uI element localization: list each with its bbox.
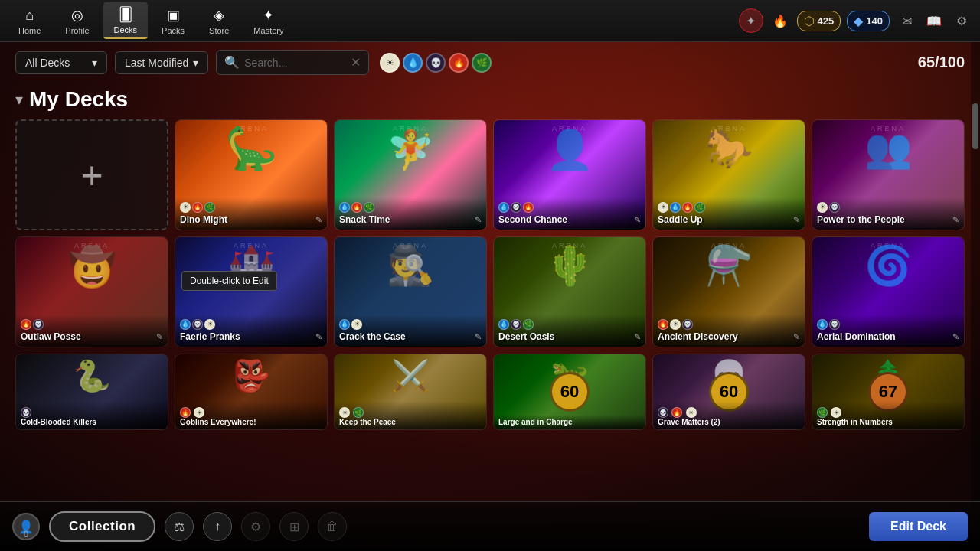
desert-oasis-overlay: 💧 💀 🌿 Desert Oasis: [494, 315, 645, 347]
red-icon: 🔥: [658, 319, 668, 330]
saddle-up-edit[interactable]: ✎: [793, 215, 800, 225]
sort-dropdown[interactable]: Last Modified ▾: [115, 51, 208, 74]
green-icon: 🌿: [694, 202, 705, 213]
settings-icon[interactable]: ⚙: [951, 10, 972, 31]
white-icon: ☀: [204, 319, 215, 330]
mail-icon[interactable]: ✉: [896, 10, 917, 31]
deck-card-saddle-up[interactable]: ARENA 🐎 ☀ 💧 🔥 🌿 Saddle Up ✎: [652, 119, 805, 230]
trash-icon-btn[interactable]: 🗑: [318, 512, 347, 541]
edit-deck-button[interactable]: Edit Deck: [869, 512, 968, 541]
nav-decks[interactable]: 🂠 Decks: [103, 2, 149, 39]
black-icon: 💀: [658, 407, 668, 418]
red-mana-filter[interactable]: 🔥: [449, 53, 469, 73]
aerial-domination-overlay: 💧 💀 Aerial Domination: [812, 315, 964, 347]
saddle-up-overlay: ☀ 💧 🔥 🌿 Saddle Up: [653, 197, 805, 230]
deck-grid-row1: + ARENA 🦕 ☀ 🔥 🌿 Dino Might ✎ ARENA �: [15, 119, 965, 230]
red-icon: 🔥: [351, 202, 362, 213]
clear-search-icon[interactable]: ✕: [351, 55, 361, 70]
desert-oasis-colors: 💧 💀 🌿: [498, 319, 641, 330]
black-icon: 💀: [511, 319, 521, 330]
red-icon: 🔥: [192, 202, 203, 213]
grave-matters-colors: 💀 🔥 ☀: [658, 404, 800, 419]
collapse-chevron[interactable]: ▾: [15, 90, 23, 109]
scrollbar[interactable]: [971, 42, 980, 551]
nav-packs[interactable]: ▣ Packs: [151, 3, 195, 38]
deck-card-grave-matters[interactable]: 💀 60 💀 🔥 ☀ Grave Matters (2): [652, 354, 805, 430]
nav-mastery[interactable]: ✦ Mastery: [243, 3, 294, 38]
blue-mana-filter[interactable]: 💧: [403, 53, 423, 73]
outlaw-posse-colors: 🔥 💀: [21, 319, 163, 330]
white-mana-filter[interactable]: ☀: [380, 53, 400, 73]
scrollbar-thumb[interactable]: [972, 103, 978, 149]
deck-card-aerial-domination[interactable]: ARENA 🌀 💧 💀 Aerial Domination ✎: [812, 236, 965, 347]
ancient-discovery-edit[interactable]: ✎: [793, 332, 800, 342]
top-navigation: ⌂ Home ◎ Profile 🂠 Decks ▣ Packs ◈ Store…: [0, 0, 980, 42]
deck-card-faerie-pranks[interactable]: ARENA 🏰 💧 💀 ☀ Faerie Pranks Double-click…: [175, 236, 328, 347]
power-people-name: Power to the People: [817, 214, 959, 225]
deck-card-ancient-discovery[interactable]: ARENA ⚗️ 🔥 ☀ 💀 Ancient Discovery ✎: [652, 236, 805, 347]
desert-oasis-edit[interactable]: ✎: [634, 332, 641, 342]
upload-icon-btn[interactable]: ↑: [203, 512, 232, 541]
filter-icon-btn[interactable]: ⚙: [241, 512, 270, 541]
deck-card-desert-oasis[interactable]: ARENA 🌵 💧 💀 🌿 Desert Oasis ✎: [493, 236, 646, 347]
planeswalker-btn[interactable]: ✦: [739, 8, 763, 33]
deck-card-cold-blooded[interactable]: 🐍 💀 Cold-Blooded Killers: [15, 354, 168, 430]
sort-icon-btn[interactable]: ⚖: [165, 512, 194, 541]
second-chance-colors: 💧 💀 🔥: [498, 202, 641, 213]
gems-amount: 140: [866, 15, 883, 27]
blue-icon: 💧: [817, 319, 828, 330]
black-mana-filter[interactable]: 💀: [426, 53, 446, 73]
nav-home[interactable]: ⌂ Home: [8, 3, 51, 38]
section-title: My Decks: [29, 87, 128, 112]
all-decks-dropdown[interactable]: All Decks ▾: [15, 51, 107, 74]
nav-profile[interactable]: ◎ Profile: [54, 3, 100, 38]
crack-case-edit[interactable]: ✎: [475, 332, 482, 342]
add-deck-card[interactable]: +: [15, 119, 168, 230]
nav-packs-label: Packs: [162, 26, 185, 35]
faerie-pranks-edit[interactable]: ✎: [315, 332, 322, 342]
deck-card-snack-time[interactable]: ARENA 🧚 💧 🔥 🌿 Snack Time ✎: [334, 119, 487, 230]
outlaw-posse-edit[interactable]: ✎: [156, 332, 163, 342]
deck-card-power-people[interactable]: ARENA 👥 ☀ 💀 Power to the People ✎: [812, 119, 965, 230]
black-icon: 💀: [21, 407, 31, 418]
power-people-colors: ☀ 💀: [817, 202, 959, 213]
keep-peace-colors: ☀ 🌿: [339, 404, 482, 419]
search-box[interactable]: 🔍 ✕: [216, 50, 369, 75]
options-icon-btn[interactable]: ⊞: [279, 512, 309, 541]
cold-blooded-colors: 💀: [21, 404, 163, 419]
snack-time-edit[interactable]: ✎: [475, 215, 482, 225]
snack-time-overlay: 💧 🔥 🌿 Snack Time: [335, 197, 486, 230]
white-icon: ☀: [339, 407, 350, 418]
deck-card-large-charge[interactable]: 🦖 60 Large and in Charge: [493, 354, 646, 430]
deck-card-keep-peace[interactable]: ⚔️ ☀ 🌿 Keep the Peace: [334, 354, 487, 430]
snack-time-name: Snack Time: [339, 214, 482, 225]
mastery-icon: ✦: [260, 6, 278, 24]
deck-card-crack-case[interactable]: ARENA 🕵️ 💧 ☀ Crack the Case ✎: [334, 236, 487, 347]
nav-items: ⌂ Home ◎ Profile 🂠 Decks ▣ Packs ◈ Store…: [8, 2, 739, 39]
nav-store[interactable]: ◈ Store: [198, 3, 240, 38]
red-icon: 🔥: [682, 202, 693, 213]
green-mana-filter[interactable]: 🌿: [472, 53, 492, 73]
deck-card-outlaw-posse[interactable]: ARENA 🤠 🔥 💀 Outlaw Posse ✎: [15, 236, 168, 347]
dino-might-edit[interactable]: ✎: [315, 215, 322, 225]
red-icon: 🔥: [523, 202, 534, 213]
book-icon[interactable]: 📖: [923, 10, 945, 31]
deck-card-strength-numbers[interactable]: 🌲 67 🌿 ☀ Strength in Numbers: [812, 354, 965, 430]
blue-icon: 💧: [339, 202, 350, 213]
all-decks-chevron: ▾: [92, 57, 97, 69]
deck-card-goblins[interactable]: 👺 🔥 ☀ Goblins Everywhere!: [175, 354, 328, 430]
crack-case-name: Crack the Case: [339, 331, 482, 342]
blue-icon: 💧: [670, 202, 681, 213]
fire-icon-btn[interactable]: 🔥: [769, 10, 791, 31]
deck-count: 65/100: [918, 54, 965, 71]
second-chance-edit[interactable]: ✎: [634, 215, 641, 225]
aerial-domination-edit[interactable]: ✎: [952, 332, 959, 342]
search-input[interactable]: [244, 57, 346, 69]
deck-card-second-chance[interactable]: ARENA 👤 💧 💀 🔥 Second Chance ✎: [493, 119, 646, 230]
collection-button[interactable]: Collection: [49, 511, 155, 542]
saddle-up-colors: ☀ 💧 🔥 🌿: [658, 202, 800, 213]
deck-card-dino-might[interactable]: ARENA 🦕 ☀ 🔥 🌿 Dino Might ✎: [175, 119, 328, 230]
strength-numbers-colors: 🌿 ☀: [817, 404, 959, 419]
large-charge-name: Large and in Charge: [498, 418, 641, 426]
power-people-edit[interactable]: ✎: [952, 215, 959, 225]
